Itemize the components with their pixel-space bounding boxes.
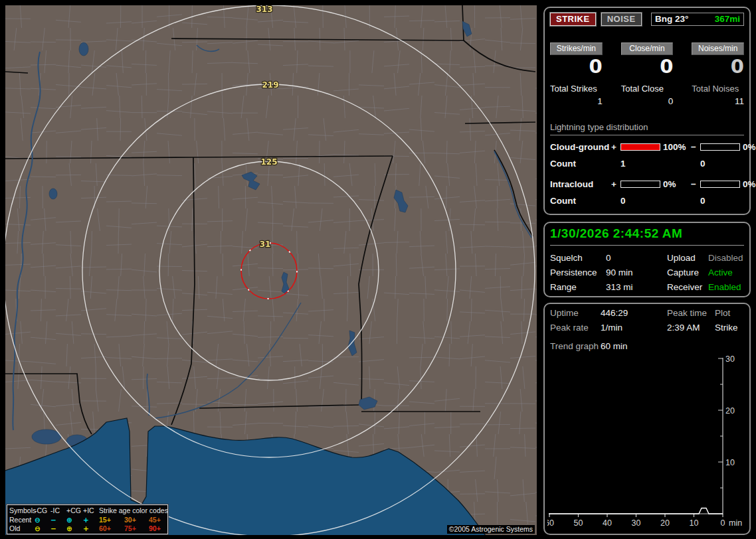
strike-trend-line [549,508,723,514]
noises-per-min-value: 0 [692,56,744,76]
ic-positive-bar [620,181,660,188]
peak-rate-label: Peak rate [550,323,601,333]
age-code: 45+ [149,516,173,525]
total-noises-value: 11 [692,96,744,106]
age-code: 90+ [149,524,173,534]
range-value: 313 mi [606,282,667,292]
squelch-label: Squelch [550,253,606,263]
capture-label: Capture [667,268,708,277]
datetime-display: 1/30/2026 2:44:52 AM [550,226,744,246]
strikes-per-min-column: Strikes/min 0 Total Strikes 1 [550,42,603,106]
cg-positive-percent: 100% [660,142,691,152]
y-tick-label: 30 [725,354,735,364]
bearing-value: Bng 23° [655,14,688,24]
negative-cg-icon: ⊖ [35,516,50,525]
persistence-label: Persistence [550,268,606,277]
trend-panel: Uptime 446:29 Peak time Plot Peak rate 1… [543,303,751,535]
positive-cg-icon: ⊕ [66,524,83,534]
ic-positive-percent: 0% [660,179,691,189]
range-ring-label: 219 [262,80,278,90]
plot-label: Plot [715,308,745,318]
upload-label: Upload [667,253,708,263]
range-label: Range [550,282,606,292]
trend-graph-value: 60 min [601,341,745,351]
y-tick-label: 20 [725,406,735,416]
uptime-label: Uptime [550,308,601,318]
total-noises-label: Total Noises [692,84,744,94]
persistence-value: 90 min [606,268,667,277]
ic-negative-count: 0 [700,196,740,206]
legend-row-label: Old [9,524,35,534]
app-window: { "toolbar": { "strike_label": "STRIKE",… [0,0,756,539]
noises-per-min-column: Noises/min 0 Total Noises 11 [692,42,744,106]
uptime-value: 446:29 [601,308,667,318]
minus-sign: − [691,142,700,152]
intracloud-label: Intracloud [550,179,611,189]
age-code: 60+ [99,524,124,534]
copyright-text: ©2005 Astrogenic Systems [447,525,535,534]
count-label: Count [550,159,611,169]
strikes-per-min-value: 0 [550,56,603,76]
negative-ic-icon: − [50,524,66,534]
map-canvas: 313 219 125 31 [5,5,537,535]
distance-value: 367mi [715,14,740,24]
plus-sign: + [611,179,620,189]
legend-type-header: -IC [50,506,66,516]
noise-toggle-button[interactable]: NOISE [601,13,642,26]
peak-time-label: Peak time [667,308,715,318]
capture-value: Active [708,268,744,277]
minus-sign: − [691,179,700,189]
trend-graph: 30 20 10 60 50 40 30 20 10 0 min [547,354,743,532]
legend-type-header: +IC [83,506,99,516]
cg-positive-bar [620,143,660,151]
strike-counter-panel: STRIKE NOISE Bng 23° 367mi Strikes/min 0… [543,7,751,215]
total-strikes-value: 1 [550,96,603,106]
negative-cg-icon: ⊖ [35,524,50,534]
legend-age-header: Strike age color codes [99,506,173,516]
age-code: 15+ [99,516,124,525]
strike-toggle-button[interactable]: STRIKE [550,13,596,26]
distribution-title: Lightning type distribution [550,122,744,135]
negative-ic-icon: − [50,516,66,525]
total-close-value: 0 [621,96,674,106]
legend-row-label: Recent [9,516,35,525]
peak-rate-value: 1/min [601,323,667,333]
noises-per-min-header[interactable]: Noises/min [692,42,744,55]
age-code: 30+ [124,516,149,525]
y-tick-label: 10 [725,458,735,467]
legend-type-header: -CG [35,506,50,516]
receiver-value: Enabled [708,282,744,292]
x-unit-label: min [729,518,742,528]
lightning-map[interactable]: 313 219 125 31 Symbols -CG -IC +CG +IC S… [5,5,537,535]
close-per-min-value: 0 [621,56,674,76]
cg-positive-count: 1 [620,159,660,169]
cg-negative-bar [700,143,740,151]
range-ring-label: 125 [260,157,277,167]
x-tick-label: 20 [660,518,670,528]
x-tick-label: 10 [690,518,699,528]
cg-negative-count: 0 [700,159,740,169]
trend-axes [549,358,723,514]
x-tick-label: 30 [632,518,641,528]
receiver-label: Receiver [667,282,708,292]
peak-time-value: 2:39 AM [667,323,715,333]
ic-positive-count: 0 [620,196,660,206]
ic-negative-percent: 0% [740,179,756,189]
total-strikes-label: Total Strikes [550,84,603,94]
positive-ic-icon: + [83,524,99,534]
upload-value: Disabled [708,253,744,263]
positive-cg-icon: ⊕ [66,516,83,525]
close-per-min-header[interactable]: Close/min [621,42,674,55]
strikes-per-min-header[interactable]: Strikes/min [550,42,603,55]
plot-value: Strike [715,323,745,333]
total-close-label: Total Close [621,84,674,94]
status-panel: 1/30/2026 2:44:52 AM Squelch 0 Upload Di… [543,222,751,297]
x-tick-label: 40 [603,518,612,528]
range-ring-label: 313 [256,5,272,14]
trend-graph-label: Trend graph [550,341,601,351]
squelch-value: 0 [606,253,667,263]
legend-type-header: +CG [66,506,83,516]
symbol-legend: Symbols -CG -IC +CG +IC Strike age color… [7,504,168,534]
x-tick-label: 60 [547,518,554,528]
cg-negative-percent: 0% [740,142,756,152]
